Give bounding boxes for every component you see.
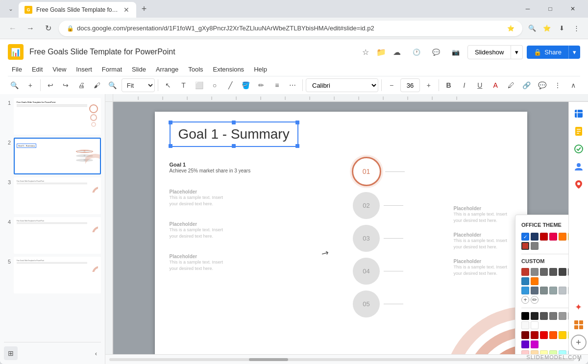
custom-swatch-2[interactable]: [531, 268, 539, 276]
lr1[interactable]: [521, 350, 529, 354]
bold-btn[interactable]: B: [442, 78, 456, 92]
lr6[interactable]: [568, 350, 568, 354]
zoom-in-btn[interactable]: +: [24, 78, 37, 92]
r10[interactable]: [531, 340, 539, 348]
history-btn[interactable]: 🕐: [409, 44, 424, 60]
lr4[interactable]: [549, 350, 557, 354]
more-fmt-btn[interactable]: ⋮: [551, 78, 564, 92]
menu-view[interactable]: View: [49, 64, 70, 75]
font-size-input[interactable]: [400, 78, 420, 92]
new-tab-btn[interactable]: +: [137, 2, 151, 16]
horizontal-scrollbar[interactable]: [109, 358, 574, 361]
swatch-dark-blue[interactable]: [531, 233, 539, 241]
zoom-out-btn[interactable]: 🔍: [8, 78, 22, 92]
cs-12[interactable]: [531, 287, 539, 294]
resize-handle-bl[interactable]: [169, 144, 172, 148]
p3[interactable]: [540, 312, 548, 320]
slide-thumbnail-1[interactable]: Free Goals Slide Template for PowerPoint: [14, 98, 101, 135]
back-btn[interactable]: ←: [6, 22, 20, 35]
comment-btn[interactable]: 💬: [536, 78, 549, 92]
slide-thumb-1[interactable]: 1 Free Goals Slide Template for PowerPoi…: [4, 98, 101, 135]
r6[interactable]: [568, 331, 568, 339]
menu-arrange[interactable]: Arrange: [152, 64, 182, 75]
custom-swatch-3[interactable]: [540, 268, 548, 276]
shape-btn[interactable]: ○: [208, 78, 221, 92]
lr2[interactable]: [531, 350, 539, 354]
tab-close-btn[interactable]: ✕: [122, 6, 130, 14]
slide-title-box[interactable]: Goal 1 - Summary: [170, 121, 298, 147]
resize-handle-br[interactable]: [295, 144, 299, 148]
slideshow-dropdown-btn[interactable]: ▾: [511, 45, 523, 59]
menu-help[interactable]: Help: [250, 64, 271, 75]
p10[interactable]: [531, 321, 539, 329]
bookmark-icon[interactable]: ⭐: [541, 23, 553, 34]
font-color-btn[interactable]: A: [489, 78, 502, 92]
swatch-selected[interactable]: ✓: [521, 233, 529, 241]
p2[interactable]: [531, 312, 539, 320]
cursor-btn[interactable]: ↖: [161, 78, 175, 92]
slide-thumb-3[interactable]: 3 Free Goals Slide Template for PowerPoi…: [4, 177, 101, 214]
sidebar-add-btn[interactable]: +: [571, 335, 587, 350]
cs-11[interactable]: [521, 287, 529, 294]
zoom-select[interactable]: Fit 50% 75% 100%: [122, 78, 155, 92]
p1[interactable]: [521, 312, 529, 320]
search-icon[interactable]: 🔍: [526, 23, 538, 34]
custom-swatch-5[interactable]: [559, 268, 566, 276]
active-tab[interactable]: G Free Goals Slide Template for P... ✕: [19, 2, 136, 18]
cs-13[interactable]: [540, 287, 548, 294]
canvas-area[interactable]: ↗ Goal 1 - Summary: [113, 102, 568, 354]
slide-thumbnail-2[interactable]: Goal 1 - Summary 01 02 03: [14, 138, 101, 174]
font-size-decrease-btn[interactable]: −: [385, 78, 398, 92]
r2[interactable]: [531, 331, 539, 339]
edit-custom-color-btn[interactable]: ✏: [531, 296, 539, 304]
swatch-selected-red[interactable]: [521, 242, 529, 250]
slide-thumb-2[interactable]: 2 Goal 1 - Summary 01 02 03: [4, 138, 101, 174]
sidebar-icon-sheets[interactable]: [571, 106, 587, 121]
menu-tools[interactable]: Tools: [184, 64, 207, 75]
close-btn[interactable]: ✕: [562, 2, 584, 16]
menu-slide[interactable]: Slide: [128, 64, 150, 75]
swatch-yellow[interactable]: [568, 233, 568, 241]
swatch-red-pink[interactable]: [549, 233, 557, 241]
forward-btn[interactable]: →: [24, 22, 37, 35]
sidebar-icon-docs[interactable]: [571, 123, 587, 139]
cs-14[interactable]: [549, 287, 557, 294]
menu-icon[interactable]: ⋮: [570, 23, 582, 34]
r3[interactable]: [540, 331, 548, 339]
slide-thumb-4[interactable]: 4 Free Goals Slide Template for PowerPoi…: [4, 217, 101, 254]
sidebar-icon-red-star[interactable]: ✦: [571, 299, 587, 315]
resize-handle-tr[interactable]: [295, 121, 299, 124]
r1[interactable]: [521, 331, 529, 339]
image-btn[interactable]: ⬜: [192, 78, 206, 92]
print-btn[interactable]: 🖨: [74, 78, 88, 92]
pen-btn[interactable]: ✏: [255, 78, 269, 92]
cs-15[interactable]: [559, 287, 566, 294]
resize-handle-bc[interactable]: [232, 144, 236, 148]
menu-edit[interactable]: Edit: [28, 64, 47, 75]
share-dropdown-btn[interactable]: ▾: [568, 46, 580, 59]
custom-swatch-10[interactable]: [531, 277, 539, 285]
resize-handle-tc[interactable]: [232, 121, 236, 124]
sidebar-icon-tasks[interactable]: [571, 141, 587, 157]
tab-list-btn[interactable]: ⌄: [4, 2, 18, 16]
swatch-orange[interactable]: [559, 233, 566, 241]
minimize-btn[interactable]: ─: [516, 2, 539, 16]
p6[interactable]: [568, 312, 568, 320]
font-size-increase-btn[interactable]: +: [422, 78, 436, 92]
highlight-btn[interactable]: 🖊: [504, 78, 518, 92]
cs-16[interactable]: [568, 287, 568, 294]
menu-file[interactable]: File: [8, 64, 26, 75]
redo-btn[interactable]: ↪: [59, 78, 73, 92]
cloud-icon[interactable]: ☁: [391, 46, 403, 58]
menu-extensions[interactable]: Extensions: [209, 64, 248, 75]
menu-insert[interactable]: Insert: [72, 64, 96, 75]
paint-format-btn[interactable]: 🖌: [90, 78, 104, 92]
resize-handle-tl[interactable]: [169, 121, 172, 124]
sidebar-icon-maps[interactable]: [571, 176, 587, 192]
undo-btn[interactable]: ↩: [44, 78, 57, 92]
folder-icon[interactable]: 📁: [375, 46, 387, 58]
download-icon[interactable]: ⬇: [556, 23, 567, 34]
underline-btn[interactable]: U: [473, 78, 487, 92]
lr3[interactable]: [540, 350, 548, 354]
sidebar-icon-apps[interactable]: [571, 317, 587, 333]
